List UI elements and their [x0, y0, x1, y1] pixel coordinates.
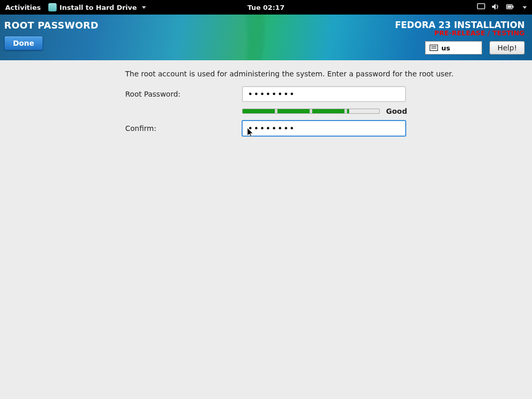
page-title: ROOT PASSWORD: [4, 20, 98, 31]
password-strength-label: Good: [386, 107, 407, 115]
root-password-form: The root account is used for administeri…: [0, 60, 532, 145]
system-menu-chevron-icon[interactable]: [523, 6, 527, 9]
keyboard-layout-label: us: [441, 44, 450, 52]
intro-text: The root account is used for administeri…: [125, 70, 517, 78]
confirm-password-label: Confirm:: [125, 124, 242, 132]
help-button[interactable]: Help!: [489, 41, 525, 55]
done-button[interactable]: Done: [4, 36, 43, 50]
confirm-password-input[interactable]: [242, 121, 406, 136]
install-title: FEDORA 23 INSTALLATION: [395, 20, 525, 30]
svg-rect-4: [508, 5, 512, 8]
screen-icon[interactable]: [477, 3, 485, 12]
anaconda-header: ROOT PASSWORD Done FEDORA 23 INSTALLATIO…: [0, 15, 532, 60]
keyboard-icon: [430, 45, 438, 51]
activities-button[interactable]: Activities: [5, 4, 41, 11]
keyboard-layout-indicator[interactable]: us: [425, 41, 482, 55]
chevron-down-icon: [142, 6, 146, 9]
root-password-label: Root Password:: [125, 90, 242, 98]
clock[interactable]: Tue 02:17: [247, 4, 284, 11]
svg-rect-3: [513, 6, 514, 8]
app-menu-label: Install to Hard Drive: [60, 4, 137, 11]
battery-icon[interactable]: [506, 3, 514, 12]
volume-icon[interactable]: [491, 3, 500, 12]
svg-rect-0: [477, 4, 485, 9]
root-password-input[interactable]: [242, 86, 406, 102]
app-menu[interactable]: Install to Hard Drive: [48, 3, 147, 11]
anaconda-app-icon: [48, 3, 57, 11]
prerelease-warning: PRE-RELEASE / TESTING: [434, 29, 525, 37]
password-strength-bar: [242, 109, 380, 114]
gnome-topbar: Activities Install to Hard Drive Tue 02:…: [0, 0, 532, 15]
svg-marker-1: [492, 4, 496, 10]
